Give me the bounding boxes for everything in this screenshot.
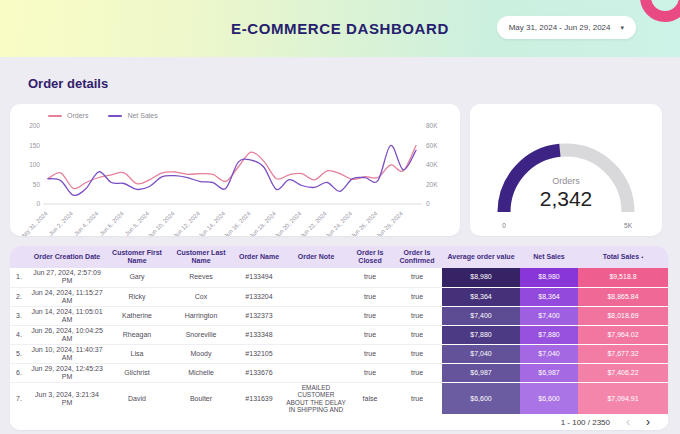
left-axis-tick: 150 bbox=[29, 142, 40, 149]
legend-label: Orders bbox=[67, 112, 88, 119]
cell-first_name: Gilchrist bbox=[106, 363, 168, 382]
cell-closed: false bbox=[348, 382, 392, 414]
cell-date: Jun 3, 2024, 3:21:34 PM bbox=[28, 382, 106, 414]
cell-total: $8,865.84 bbox=[578, 287, 668, 306]
cell-order_name: #133494 bbox=[234, 268, 284, 287]
cell-idx: 1. bbox=[10, 268, 28, 287]
left-axis-tick: 50 bbox=[33, 181, 41, 188]
gauge-min-label: 0 bbox=[502, 222, 506, 229]
cell-avg: $8,980 bbox=[442, 268, 520, 287]
table-row: 2.Jun 24, 2024, 11:15:27 AMRickyCox#1332… bbox=[10, 287, 668, 306]
cell-confirmed: true bbox=[392, 268, 442, 287]
cell-last_name: Snoreville bbox=[168, 325, 234, 344]
cell-confirmed: true bbox=[392, 325, 442, 344]
pagination-next-button[interactable]: › bbox=[646, 417, 650, 427]
gauge-max-label: 5K bbox=[624, 222, 633, 229]
cell-order_name: #133348 bbox=[234, 325, 284, 344]
cell-total: $7,677.32 bbox=[578, 344, 668, 363]
column-header-order-is-confirmed[interactable]: Order Is Confirmed bbox=[392, 246, 442, 268]
column-header-order-name[interactable]: Order Name bbox=[234, 246, 284, 268]
x-axis-tick: Jun 6, 2024 bbox=[98, 210, 125, 236]
chart-legend: OrdersNet Sales bbox=[48, 112, 158, 119]
cell-first_name: Ricky bbox=[106, 287, 168, 306]
orders-table-wrap: Order Creation DateCustomer First NameCu… bbox=[10, 246, 668, 414]
cell-order_name: #133676 bbox=[234, 363, 284, 382]
cell-date: Jun 14, 2024, 11:05:01 AM bbox=[28, 306, 106, 325]
cell-first_name: Rheagan bbox=[106, 325, 168, 344]
cell-confirmed: true bbox=[392, 344, 442, 363]
cell-total: $9,518.8 bbox=[578, 268, 668, 287]
cell-avg: $6,600 bbox=[442, 382, 520, 414]
cell-net: $7,400 bbox=[520, 306, 578, 325]
cell-idx: 7. bbox=[10, 382, 28, 414]
gauge-metric-label: Orders bbox=[552, 176, 580, 186]
section-title: Order details bbox=[28, 76, 108, 91]
orders-net-sales-line-chart: 050100150200020K40K60K80KMay 31, 2024Jun… bbox=[10, 104, 460, 236]
cell-idx: 5. bbox=[10, 344, 28, 363]
column-header-order-creation-date[interactable]: Order Creation Date bbox=[28, 246, 106, 268]
cell-note: EMAILED CUSTOMER ABOUT THE DELAY IN SHIP… bbox=[284, 382, 348, 414]
table-row: 3.Jun 14, 2024, 11:05:01 AMKatherineHarr… bbox=[10, 306, 668, 325]
x-axis-tick: Jun 28, 2024 bbox=[375, 210, 404, 236]
cell-date: Jun 24, 2024, 11:15:27 AM bbox=[28, 287, 106, 306]
cell-net: $6,987 bbox=[520, 363, 578, 382]
left-axis-tick: 0 bbox=[36, 200, 40, 207]
date-range-label: May 31, 2024 - Jun 29, 2024 bbox=[509, 23, 611, 32]
cell-date: Jun 10, 2024, 11:40:37 AM bbox=[28, 344, 106, 363]
cell-last_name: Moody bbox=[168, 344, 234, 363]
cell-net: $7,040 bbox=[520, 344, 578, 363]
right-axis-tick: 60K bbox=[426, 142, 438, 149]
x-axis-tick: Jun 10, 2024 bbox=[147, 210, 176, 236]
x-axis-tick: Jun 12, 2024 bbox=[172, 210, 201, 236]
table-row: 6.Jun 29, 2024, 12:45:23 PMGilchristMich… bbox=[10, 363, 668, 382]
cell-first_name: Katherine bbox=[106, 306, 168, 325]
cell-idx: 2. bbox=[10, 287, 28, 306]
cell-total: $7,094.91 bbox=[578, 382, 668, 414]
column-header-customer-last-name[interactable]: Customer Last Name bbox=[168, 246, 234, 268]
cell-note bbox=[284, 287, 348, 306]
column-header-net-sales[interactable]: Net Sales bbox=[520, 246, 578, 268]
legend-item-orders[interactable]: Orders bbox=[48, 112, 88, 119]
pagination-prev-button[interactable]: ‹ bbox=[626, 417, 630, 427]
orders-gauge: 05KOrders2,342 bbox=[470, 104, 662, 236]
cell-total: $7,964.02 bbox=[578, 325, 668, 344]
cell-net: $8,980 bbox=[520, 268, 578, 287]
column-header-order-note[interactable]: Order Note bbox=[284, 246, 348, 268]
cell-first_name: David bbox=[106, 382, 168, 414]
column-header-average-order-value[interactable]: Average order value bbox=[442, 246, 520, 268]
table-header-row: Order Creation DateCustomer First NameCu… bbox=[10, 246, 668, 268]
table-row: 4.Jun 26, 2024, 10:04:25 AMRheaganSnorev… bbox=[10, 325, 668, 344]
cell-closed: true bbox=[348, 325, 392, 344]
cell-confirmed: true bbox=[392, 287, 442, 306]
cell-date: Jun 27, 2024, 2:57:09 PM bbox=[28, 268, 106, 287]
table-row: 5.Jun 10, 2024, 11:40:37 AMLisaMoody#132… bbox=[10, 344, 668, 363]
cell-net: $7,880 bbox=[520, 325, 578, 344]
cell-closed: true bbox=[348, 287, 392, 306]
cell-avg: $6,987 bbox=[442, 363, 520, 382]
cell-avg: $7,040 bbox=[442, 344, 520, 363]
x-axis-tick: Jun 20, 2024 bbox=[274, 210, 303, 236]
cell-last_name: Cox bbox=[168, 287, 234, 306]
column-header-row-index[interactable] bbox=[10, 246, 28, 268]
cell-idx: 3. bbox=[10, 306, 28, 325]
cell-idx: 6. bbox=[10, 363, 28, 382]
sort-indicator-icon: • bbox=[641, 254, 643, 260]
series-line-net-sales bbox=[48, 145, 416, 195]
x-axis-tick: Jun 2, 2024 bbox=[48, 210, 75, 236]
table-row: 7.Jun 3, 2024, 3:21:34 PMDavidBoulter#13… bbox=[10, 382, 668, 414]
column-header-order-is-closed[interactable]: Order Is Closed bbox=[348, 246, 392, 268]
date-range-picker[interactable]: May 31, 2024 - Jun 29, 2024 ▾ bbox=[497, 16, 636, 39]
legend-item-net-sales[interactable]: Net Sales bbox=[108, 112, 157, 119]
x-axis-tick: Jun 18, 2024 bbox=[248, 210, 277, 236]
series-line-orders bbox=[48, 146, 416, 189]
x-axis-tick: Jun 8, 2024 bbox=[124, 210, 151, 236]
cell-first_name: Lisa bbox=[106, 344, 168, 363]
cell-closed: true bbox=[348, 363, 392, 382]
right-axis-tick: 80K bbox=[426, 122, 438, 129]
table-row: 1.Jun 27, 2024, 2:57:09 PMGaryReeves#133… bbox=[10, 268, 668, 287]
cell-order_name: #132105 bbox=[234, 344, 284, 363]
column-header-customer-first-name[interactable]: Customer First Name bbox=[106, 246, 168, 268]
cell-date: Jun 26, 2024, 10:04:25 AM bbox=[28, 325, 106, 344]
cell-closed: true bbox=[348, 268, 392, 287]
column-header-total-sales[interactable]: Total Sales• bbox=[578, 246, 668, 268]
